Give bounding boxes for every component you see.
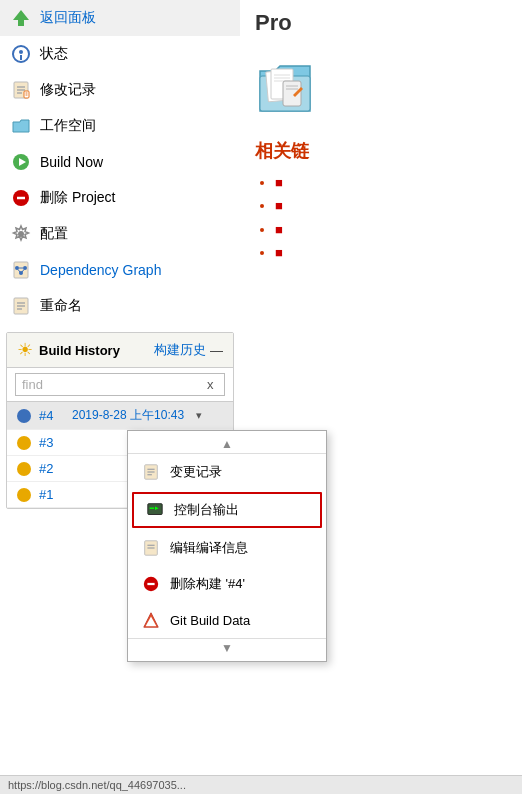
svg-rect-3: [20, 55, 22, 60]
sidebar-item-workspace[interactable]: 工作空间: [0, 108, 240, 144]
sidebar-item-rename-label: 重命名: [40, 297, 82, 315]
sidebar-item-changelog-label: 修改记录: [40, 81, 96, 99]
build-date-4: 2019-8-28 上午10:43: [72, 407, 184, 424]
related-list: ■ ■ ■ ■: [255, 171, 507, 265]
rename-icon: [10, 295, 32, 317]
build-dropdown-arrow-4[interactable]: ▾: [196, 409, 202, 422]
context-menu-console[interactable]: 控制台输出: [132, 492, 322, 528]
context-delete-label: 删除构建 '#4': [170, 575, 245, 593]
build-num-2: #2: [39, 461, 64, 476]
related-section: 相关链 ■ ■ ■ ■: [255, 139, 507, 265]
status-icon: [10, 43, 32, 65]
context-menu-git-build[interactable]: Git Build Data: [128, 602, 326, 638]
related-item-1: ■: [275, 171, 507, 194]
folder-icon-area: [255, 51, 507, 124]
sidebar-item-delete-label: 删除 Project: [40, 189, 115, 207]
context-menu-changelog[interactable]: 变更记录: [128, 454, 326, 490]
build-item-4[interactable]: #4 2019-8-28 上午10:43 ▾ ▲: [7, 402, 233, 430]
delete-icon: [10, 187, 32, 209]
related-item-3: ■: [275, 218, 507, 241]
build-history-header: ☀ Build History 构建历史 —: [7, 333, 233, 368]
context-console-icon: [144, 499, 166, 521]
build-history-dash: —: [210, 343, 223, 358]
sidebar-item-return[interactable]: 返回面板: [0, 0, 240, 36]
build-history-panel: ☀ Build History 构建历史 — x #4 2019-8-28 上午…: [6, 332, 234, 509]
sidebar-item-build-now[interactable]: Build Now: [0, 144, 240, 180]
return-icon: [10, 7, 32, 29]
context-menu: ▲ 变更记录: [127, 430, 327, 662]
build-history-title-group: ☀ Build History: [17, 339, 120, 361]
build-list: #4 2019-8-28 上午10:43 ▾ ▲: [7, 402, 233, 508]
build-status-dot-3: [17, 436, 31, 450]
build-history-cn-title: 构建历史: [154, 341, 206, 359]
svg-marker-0: [13, 10, 29, 26]
related-section-title: 相关链: [255, 139, 507, 163]
context-menu-edit-build[interactable]: 编辑编译信息: [128, 530, 326, 566]
search-bar: x: [7, 368, 233, 402]
context-edit-label: 编辑编译信息: [170, 539, 248, 557]
context-changelog-label: 变更记录: [170, 463, 222, 481]
sidebar-item-rename[interactable]: 重命名: [0, 288, 240, 324]
search-input[interactable]: [15, 373, 225, 396]
related-item-4: ■: [275, 241, 507, 264]
sidebar-item-delete-project[interactable]: 删除 Project: [0, 180, 240, 216]
main-container: 返回面板 状态: [0, 0, 522, 794]
sidebar-item-return-label: 返回面板: [40, 9, 96, 27]
buildnow-icon: [10, 151, 32, 173]
content-area: Pro 相关链 ■ ■: [240, 0, 522, 794]
context-changlog-icon: [140, 461, 162, 483]
sidebar-item-changelog[interactable]: 修改记录: [0, 72, 240, 108]
context-menu-arrow-down: ▼: [128, 638, 326, 657]
url-text: https://blog.csdn.net/qq_44697035...: [8, 779, 186, 791]
context-menu-delete-build[interactable]: 删除构建 '#4': [128, 566, 326, 602]
sidebar-item-build-now-label: Build Now: [40, 154, 103, 170]
build-status-dot-1: [17, 488, 31, 502]
sidebar-item-dependency-graph[interactable]: Dependency Graph: [0, 252, 240, 288]
sidebar-item-workspace-label: 工作空间: [40, 117, 96, 135]
config-icon: [10, 223, 32, 245]
dependency-icon: [10, 259, 32, 281]
build-history-title: Build History: [39, 343, 120, 358]
context-git-label: Git Build Data: [170, 613, 250, 628]
build-num-1: #1: [39, 487, 64, 502]
context-menu-arrow-up: ▲: [128, 435, 326, 454]
changelog-icon: [10, 79, 32, 101]
url-bar: https://blog.csdn.net/qq_44697035...: [0, 775, 522, 794]
sidebar: 返回面板 状态: [0, 0, 240, 794]
sidebar-item-config-label: 配置: [40, 225, 68, 243]
page-title: Pro: [255, 10, 507, 36]
build-num-4: #4: [39, 408, 64, 423]
build-num-3: #3: [39, 435, 64, 450]
folder-icon: [255, 51, 315, 121]
search-clear-button[interactable]: x: [207, 377, 214, 392]
context-console-label: 控制台输出: [174, 501, 239, 519]
sidebar-item-config[interactable]: 配置: [0, 216, 240, 252]
build-status-dot-2: [17, 462, 31, 476]
svg-point-2: [19, 50, 23, 54]
svg-rect-16: [14, 262, 28, 278]
context-delete-icon: [140, 573, 162, 595]
related-item-2: ■: [275, 194, 507, 217]
build-status-dot-4: [17, 409, 31, 423]
workspace-icon: [10, 115, 32, 137]
context-git-icon: [140, 609, 162, 631]
context-edit-icon: [140, 537, 162, 559]
sidebar-item-status[interactable]: 状态: [0, 36, 240, 72]
sun-icon: ☀: [17, 339, 33, 361]
sidebar-item-dependency-label: Dependency Graph: [40, 262, 161, 278]
sidebar-item-status-label: 状态: [40, 45, 68, 63]
